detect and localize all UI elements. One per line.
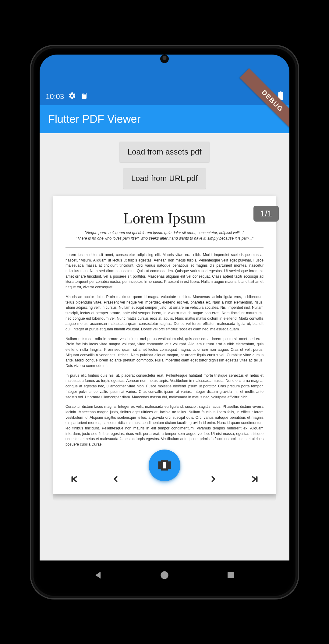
phone-frame: DEBUG 10:03 Flu [30,45,299,600]
pdf-page: Lorem Ipsum "Neque porro quisquam est qu… [53,196,276,464]
pdf-paragraph: Lorem ipsum dolor sit amet, consectetur … [65,252,264,290]
svg-point-0 [161,571,168,579]
load-assets-button[interactable]: Load from assets pdf [120,142,210,162]
app-bar: Flutter PDF Viewer [40,105,289,133]
pdf-paragraph: Mauris ac auctor dolor. Proin maximus qu… [65,294,264,332]
pdf-quote-1: "Neque porro quisquam est qui dolorem ip… [65,230,264,236]
android-recents-button[interactable] [223,568,238,582]
svg-rect-1 [228,572,234,578]
phone-side-button [298,220,299,281]
phone-camera-notch [160,55,169,63]
prev-page-button[interactable] [107,471,124,488]
view-mode-fab[interactable] [149,450,180,481]
circle-home-icon [159,570,170,580]
pdf-quote-2: "There is no one who loves pain itself, … [65,236,264,241]
carousel-icon [157,458,172,472]
last-page-button[interactable] [246,471,264,488]
first-page-icon [69,475,79,484]
page-indicator: 1/1 [253,206,279,222]
android-status-bar: 10:03 [40,88,289,105]
app-body: Load from assets pdf Load from URL pdf 1… [40,133,289,560]
pdf-viewer[interactable]: 1/1 Lorem Ipsum "Neque porro quisquam es… [53,196,276,494]
pdf-paragraph: In purus elit, finibus quis nisi ut, pla… [65,373,264,400]
pdf-shadow [53,494,276,501]
android-nav-bar [40,560,289,590]
phone-screen: DEBUG 10:03 Flu [40,55,289,590]
first-page-button[interactable] [65,471,83,488]
chevron-right-icon [209,475,218,483]
square-recents-icon [226,571,235,580]
triangle-back-icon [93,570,104,580]
android-back-button[interactable] [91,568,106,582]
gear-icon [68,92,76,101]
pdf-toolbar [53,464,276,494]
chevron-left-icon [111,475,120,483]
android-home-button[interactable] [157,568,172,582]
pdf-paragraph: Nullam euismod, odio in ornare vestibulu… [65,336,264,369]
load-url-button[interactable]: Load from URL pdf [123,168,206,189]
pdf-paragraph: Curabitur dictum lacus magna. Integer ex… [65,404,264,447]
pdf-divider [65,247,264,247]
app-bar-title: Flutter PDF Viewer [48,113,140,126]
last-page-icon [250,475,260,484]
status-time: 10:03 [46,92,64,101]
pdf-title: Lorem Ipsum [65,209,264,227]
next-page-button[interactable] [205,471,222,488]
sd-card-icon [80,92,88,101]
